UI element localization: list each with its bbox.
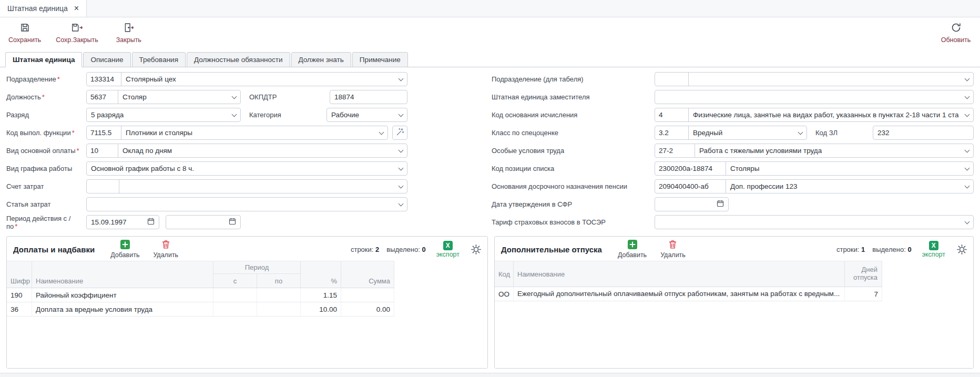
osobye-usloviya-value[interactable]: Работа с тяжелыми условиями труда xyxy=(695,147,961,155)
podrazdelenie-tabel-label: Подразделение (для табеля) xyxy=(492,75,584,83)
razryad-select[interactable]: 5 разряда xyxy=(86,108,241,122)
podrazdelenie-combobox[interactable]: 133314 Столярный цех xyxy=(86,72,407,86)
chevron-down-icon[interactable] xyxy=(228,108,240,121)
field-period-deystviya: Период действия с / по* 15.09.1997 xyxy=(6,215,407,229)
doplaty-delete-button[interactable]: Удалить xyxy=(153,240,178,259)
kod-pozicii-label: Код позиции списка xyxy=(492,165,554,172)
chevron-down-icon[interactable] xyxy=(394,144,407,157)
refresh-button[interactable]: Обновить xyxy=(940,22,972,44)
chevron-down-icon[interactable] xyxy=(394,198,407,211)
chevron-down-icon[interactable] xyxy=(961,108,973,121)
chevron-down-icon[interactable] xyxy=(228,90,240,104)
vid-oplaty-label: Вид основной оплаты xyxy=(6,147,76,155)
tab-dolzhnostnye-obyazannosti[interactable]: Должностные обязанности xyxy=(187,52,290,67)
tab-opisanie[interactable]: Описание xyxy=(83,52,130,67)
gear-icon[interactable] xyxy=(957,244,967,254)
tab-primechanie[interactable]: Примечание xyxy=(352,52,408,67)
otpuska-export-button[interactable]: X экспорт xyxy=(922,241,945,258)
chevron-down-icon[interactable] xyxy=(394,162,407,175)
otpuska-header: Дополнительные отпуска Добавить Удалить … xyxy=(495,237,973,261)
kod-osnovaniya-value[interactable]: Физические лица, занятые на видах работ,… xyxy=(689,111,961,119)
dolzhnost-combobox[interactable]: 5637 Столяр xyxy=(86,90,241,104)
tab-dolzhen-znat[interactable]: Должен знать xyxy=(291,52,351,67)
klass-specocenki-code-input[interactable]: 3.2 xyxy=(655,126,689,139)
kategoriya-select[interactable]: Рабочие xyxy=(326,108,407,122)
period-from-value: 15.09.1997 xyxy=(91,218,127,226)
calendar-icon[interactable] xyxy=(229,218,236,227)
period-from-date-input[interactable]: 15.09.1997 xyxy=(86,215,159,229)
chevron-down-icon[interactable] xyxy=(961,90,973,104)
zamestitel-label: Штатная единица заместителя xyxy=(492,93,590,101)
schet-zatrat-combobox[interactable] xyxy=(86,179,407,193)
calendar-icon[interactable] xyxy=(717,200,724,209)
podrazdelenie-tabel-code-input[interactable] xyxy=(655,73,689,86)
column-header-name: Наименование xyxy=(32,261,213,288)
kod-osnovaniya-code-input[interactable]: 4 xyxy=(655,108,689,121)
chevron-down-icon[interactable] xyxy=(394,180,407,193)
tab-trebovaniya[interactable]: Требования xyxy=(132,52,186,67)
zamestitel-select[interactable] xyxy=(655,90,974,104)
save-button[interactable]: Сохранить xyxy=(8,22,41,44)
save-close-button[interactable]: Сохр.Закрыть xyxy=(56,22,98,44)
vid-oplaty-value[interactable]: Оклад по дням xyxy=(118,147,394,155)
close-button[interactable]: Закрыть xyxy=(113,22,145,44)
auto-pick-button[interactable] xyxy=(392,126,407,140)
dolzhnost-label: Должность xyxy=(6,93,41,101)
kod-funkcii-code-input[interactable]: 7115.5 xyxy=(87,126,121,139)
calendar-icon[interactable] xyxy=(147,218,155,227)
document-tab[interactable]: Штатная единица × xyxy=(0,0,87,17)
podrazdelenie-code-input[interactable]: 133314 xyxy=(87,73,121,86)
chevron-down-icon[interactable] xyxy=(961,73,973,86)
otpuska-delete-button[interactable]: Удалить xyxy=(660,240,686,259)
doplaty-add-button[interactable]: Добавить xyxy=(110,240,139,259)
kod-funkcii-combobox[interactable]: 7115.5 Плотники и столяры xyxy=(86,126,388,140)
chevron-down-icon[interactable] xyxy=(961,162,973,175)
podrazdelenie-value[interactable]: Столярный цех xyxy=(121,75,394,83)
klass-specocenki-value[interactable]: Вредный xyxy=(689,129,794,137)
vid-grafika-select[interactable]: Основной график работы с 8 ч. xyxy=(86,161,407,176)
chevron-down-icon[interactable] xyxy=(961,216,973,229)
chevron-down-icon[interactable] xyxy=(961,144,973,157)
osobye-usloviya-combobox[interactable]: 27-2 Работа с тяжелыми условиями труда xyxy=(655,144,974,158)
chevron-down-icon[interactable] xyxy=(394,108,407,121)
dolzhnost-value[interactable]: Столяр xyxy=(118,93,228,101)
trash-icon xyxy=(668,240,677,251)
column-header-period: Период xyxy=(213,261,301,274)
schet-zatrat-code-input[interactable] xyxy=(87,180,119,193)
kategoriya-value[interactable]: Рабочие xyxy=(327,111,394,119)
podrazdelenie-tabel-combobox[interactable] xyxy=(655,72,974,86)
osnovaniya-pensii-combobox[interactable]: 2090400400-аб Доп. профессии 123 xyxy=(655,179,974,193)
dolzhnost-code-input[interactable]: 5637 xyxy=(87,90,118,104)
otpuska-add-button[interactable]: Добавить xyxy=(618,240,647,259)
table-row[interactable]: ОО Ежегодный дополнительный оплачиваемый… xyxy=(495,287,882,301)
chevron-down-icon[interactable] xyxy=(394,73,407,86)
table-row[interactable]: 190 Районный коэффициент 1.15 xyxy=(7,288,394,302)
klass-specocenki-combobox[interactable]: 3.2 Вредный xyxy=(655,126,807,140)
razryad-value[interactable]: 5 разряда xyxy=(87,111,228,119)
vid-grafika-value[interactable]: Основной график работы с 8 ч. xyxy=(87,165,394,172)
vid-oplaty-code-input[interactable]: 10 xyxy=(87,144,118,157)
tarif-toser-select[interactable] xyxy=(655,215,974,229)
vid-oplaty-combobox[interactable]: 10 Оклад по дням xyxy=(86,144,407,158)
osobye-usloviya-code-input[interactable]: 27-2 xyxy=(655,144,695,157)
period-to-date-input[interactable] xyxy=(166,215,241,229)
chevron-down-icon[interactable] xyxy=(961,180,973,193)
osnovaniya-pensii-code-input[interactable]: 2090400400-аб xyxy=(655,180,726,193)
statya-zatrat-select[interactable] xyxy=(86,197,407,211)
chevron-down-icon[interactable] xyxy=(375,126,387,139)
kod-funkcii-value[interactable]: Плотники и столяры xyxy=(121,129,375,137)
kod-pozicii-code-input[interactable]: 2300200а-18874 xyxy=(655,162,726,175)
okpdtr-input[interactable]: 18874 xyxy=(330,90,407,104)
chevron-down-icon[interactable] xyxy=(794,126,807,139)
kod-pozicii-value[interactable]: Столяры xyxy=(726,165,961,172)
gear-icon[interactable] xyxy=(471,244,481,254)
kod-osnovaniya-combobox[interactable]: 4 Физические лица, занятые на видах рабо… xyxy=(655,108,974,122)
kod-zl-input[interactable]: 232 xyxy=(873,126,974,140)
close-icon[interactable]: × xyxy=(74,4,79,13)
tab-shtatnaya-edinitsa[interactable]: Штатная единица xyxy=(5,52,82,67)
table-row[interactable]: 36 Доплата за вредные условия труда 10.0… xyxy=(7,302,394,317)
kod-pozicii-combobox[interactable]: 2300200а-18874 Столяры xyxy=(655,161,974,176)
doplaty-export-button[interactable]: X экспорт xyxy=(436,241,460,258)
osnovaniya-pensii-value[interactable]: Доп. профессии 123 xyxy=(726,182,961,190)
data-sfr-date-input[interactable] xyxy=(655,197,729,211)
